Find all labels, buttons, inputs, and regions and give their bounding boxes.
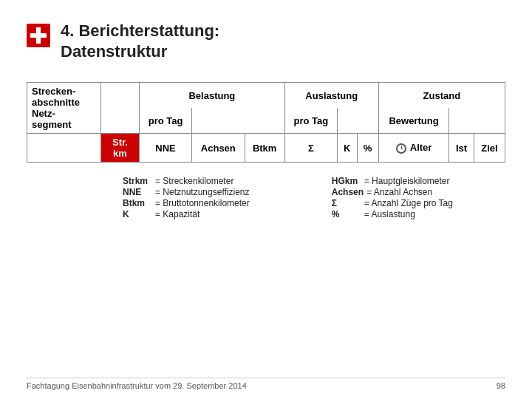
table-wrapper: Strecken- abschnitte Netz- segment Gleis… (27, 82, 505, 163)
legend-key-hgkm: HGkm (332, 176, 361, 186)
legend-item-pct: % = Auslastung (332, 209, 505, 219)
legend-item-k: K = Kapazität (123, 209, 302, 219)
title-block: 4. Berichterstattung: Datenstruktur (61, 21, 219, 61)
legend-item-achsen: Achsen = Anzahl Achsen (332, 187, 505, 197)
k-header: K (337, 134, 357, 163)
legend-key-strkm: Strkm (123, 176, 152, 186)
data-table: Strecken- abschnitte Netz- segment Gleis… (27, 82, 505, 163)
legend-val-sigma: = Anzahl Züge pro Tag (364, 198, 453, 208)
gleis-header-bottom: länge (101, 108, 140, 134)
gleis-header-top: Gleis- (101, 83, 140, 109)
legend-item-nne: NNE = Netznutzungseffizienz (123, 187, 302, 197)
pct-header: % (357, 134, 378, 163)
nne-header: NNE (140, 134, 192, 163)
legend-key-achsen: Achsen (332, 187, 364, 197)
legend-val-btkm: = Bruttotonnenkilometer (155, 198, 250, 208)
svg-rect-2 (30, 33, 47, 38)
legend-val-achsen: = Anzahl Achsen (366, 187, 432, 197)
table-header-top: Strecken- abschnitte Netz- segment Gleis… (27, 83, 505, 109)
legend-item-strkm: Strkm = Streckenkilometer (123, 176, 302, 186)
auslastung-bottom-spacer (337, 108, 378, 134)
clock-icon (396, 143, 406, 154)
header: 4. Berichterstattung: Datenstruktur (27, 21, 505, 61)
zustand-header-bottom: Bewertung (378, 108, 449, 134)
legend-key-k: K (123, 209, 152, 219)
legend-key-sigma: Σ (332, 198, 361, 208)
sigma-header: Σ (284, 134, 337, 163)
legend-val-nne: = Netznutzungseffizienz (155, 187, 250, 197)
ziel-header: Ziel (474, 134, 505, 163)
legend: Strkm = Streckenkilometer HGkm = Hauptgl… (27, 176, 505, 219)
legend-item-hgkm: HGkm = Hauptgleiskilometer (332, 176, 505, 186)
legend-val-strkm: = Streckenkilometer (155, 176, 233, 186)
auslastung-header-top: Auslastung (284, 83, 378, 109)
page-title: 4. Berichterstattung: Datenstruktur (61, 21, 219, 61)
strecken-sub (27, 134, 101, 163)
footer: Fachtagung Eisenbahninfrastruktur vom 29… (27, 378, 505, 390)
legend-key-btkm: Btkm (123, 198, 152, 208)
legend-item-btkm: Btkm = Bruttotonnenkilometer (123, 198, 302, 208)
table-subheader: Str. km NNE Achsen Btkm Σ K % Alter Ist … (27, 134, 505, 163)
strecken-header: Strecken- abschnitte Netz- segment (27, 83, 101, 134)
belastung-header-bottom: pro Tag (140, 108, 192, 134)
swiss-logo-icon (27, 24, 50, 47)
zustand-header-top: Zustand (378, 83, 505, 109)
footer-page: 98 (497, 381, 505, 390)
footer-event: Fachtagung Eisenbahninfrastruktur vom 29… (27, 381, 247, 390)
legend-val-k: = Kapazität (155, 209, 200, 219)
page: 4. Berichterstattung: Datenstruktur Stre… (0, 0, 532, 399)
legend-val-pct: = Auslastung (364, 209, 415, 219)
auslastung-header-bottom: pro Tag (284, 108, 337, 134)
legend-item-sigma: Σ = Anzahl Züge pro Tag (332, 198, 505, 208)
belastung-header-top: Belastung (140, 83, 285, 109)
achsen-header: Achsen (192, 134, 245, 163)
zustand-bottom-spacer (449, 108, 505, 134)
legend-val-hgkm: = Hauptgleiskilometer (364, 176, 450, 186)
legend-key-pct: % (332, 209, 361, 219)
str-km-sub: Str. km (101, 134, 140, 163)
alter-header: Alter (378, 134, 449, 163)
belastung-bottom-spacer (192, 108, 285, 134)
btkm-header: Btkm (245, 134, 284, 163)
legend-key-nne: NNE (123, 187, 152, 197)
ist-header: Ist (449, 134, 474, 163)
